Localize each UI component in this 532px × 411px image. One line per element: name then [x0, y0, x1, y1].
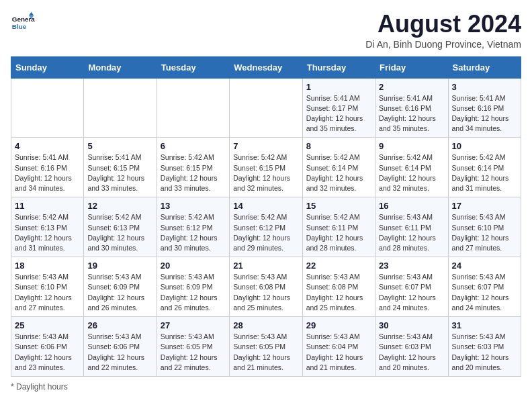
calendar-cell: 29Sunrise: 5:43 AM Sunset: 6:04 PM Dayli…	[302, 317, 375, 377]
day-detail: Sunrise: 5:43 AM Sunset: 6:03 PM Dayligh…	[452, 332, 517, 373]
day-number: 25	[15, 320, 80, 330]
calendar-week-row: 4Sunrise: 5:41 AM Sunset: 6:16 PM Daylig…	[11, 138, 521, 197]
day-number: 19	[87, 261, 152, 271]
calendar-cell: 1Sunrise: 5:41 AM Sunset: 6:17 PM Daylig…	[302, 78, 375, 138]
calendar-cell: 13Sunrise: 5:42 AM Sunset: 6:12 PM Dayli…	[157, 197, 229, 257]
weekday-header: Friday	[375, 56, 448, 78]
day-detail: Sunrise: 5:43 AM Sunset: 6:04 PM Dayligh…	[306, 332, 371, 373]
day-detail: Sunrise: 5:41 AM Sunset: 6:16 PM Dayligh…	[15, 152, 80, 193]
footer-text: Daylight hours	[16, 382, 68, 392]
calendar-week-row: 25Sunrise: 5:43 AM Sunset: 6:06 PM Dayli…	[11, 317, 521, 377]
calendar-cell: 27Sunrise: 5:43 AM Sunset: 6:05 PM Dayli…	[157, 317, 229, 377]
day-number: 21	[233, 261, 298, 271]
day-number: 20	[161, 261, 226, 271]
day-number: 22	[306, 261, 371, 271]
day-number: 8	[306, 141, 371, 151]
calendar-cell: 19Sunrise: 5:43 AM Sunset: 6:09 PM Dayli…	[84, 257, 157, 317]
logo-icon: General Blue	[11, 11, 35, 35]
calendar-header: SundayMondayTuesdayWednesdayThursdayFrid…	[11, 56, 521, 78]
day-detail: Sunrise: 5:43 AM Sunset: 6:09 PM Dayligh…	[161, 272, 226, 313]
day-number: 7	[233, 141, 298, 151]
weekday-header: Monday	[84, 56, 157, 78]
day-number: 31	[452, 320, 517, 330]
day-number: 30	[379, 320, 444, 330]
weekday-header: Wednesday	[230, 56, 302, 78]
calendar-week-row: 11Sunrise: 5:42 AM Sunset: 6:13 PM Dayli…	[11, 197, 521, 257]
footer-note: * Daylight hours	[11, 382, 521, 392]
calendar-cell: 11Sunrise: 5:42 AM Sunset: 6:13 PM Dayli…	[11, 197, 84, 257]
day-number: 2	[379, 82, 444, 92]
day-detail: Sunrise: 5:42 AM Sunset: 6:15 PM Dayligh…	[161, 152, 226, 193]
calendar-cell: 21Sunrise: 5:43 AM Sunset: 6:08 PM Dayli…	[230, 257, 302, 317]
day-number: 10	[452, 141, 517, 151]
day-detail: Sunrise: 5:42 AM Sunset: 6:14 PM Dayligh…	[379, 152, 444, 193]
weekday-header: Thursday	[302, 56, 375, 78]
day-detail: Sunrise: 5:43 AM Sunset: 6:10 PM Dayligh…	[452, 212, 517, 253]
day-detail: Sunrise: 5:43 AM Sunset: 6:05 PM Dayligh…	[161, 332, 226, 373]
calendar-cell: 30Sunrise: 5:43 AM Sunset: 6:03 PM Dayli…	[375, 317, 448, 377]
day-detail: Sunrise: 5:42 AM Sunset: 6:15 PM Dayligh…	[233, 152, 298, 193]
calendar-cell: 10Sunrise: 5:42 AM Sunset: 6:14 PM Dayli…	[448, 138, 521, 197]
day-detail: Sunrise: 5:43 AM Sunset: 6:08 PM Dayligh…	[306, 272, 371, 313]
calendar-week-row: 18Sunrise: 5:43 AM Sunset: 6:10 PM Dayli…	[11, 257, 521, 317]
calendar-cell: 4Sunrise: 5:41 AM Sunset: 6:16 PM Daylig…	[11, 138, 84, 197]
day-detail: Sunrise: 5:41 AM Sunset: 6:17 PM Dayligh…	[306, 93, 371, 134]
page-subtitle: Di An, Binh Duong Province, Vietnam	[365, 39, 521, 50]
title-area: August 2024 Di An, Binh Duong Province, …	[365, 11, 521, 50]
weekday-header: Saturday	[448, 56, 521, 78]
day-detail: Sunrise: 5:43 AM Sunset: 6:09 PM Dayligh…	[87, 272, 152, 313]
day-detail: Sunrise: 5:43 AM Sunset: 6:07 PM Dayligh…	[452, 272, 517, 313]
calendar-cell: 5Sunrise: 5:41 AM Sunset: 6:15 PM Daylig…	[84, 138, 157, 197]
day-number: 17	[452, 201, 517, 211]
day-number: 29	[306, 320, 371, 330]
calendar-cell	[230, 78, 302, 138]
day-number: 24	[452, 261, 517, 271]
calendar-cell: 20Sunrise: 5:43 AM Sunset: 6:09 PM Dayli…	[157, 257, 229, 317]
day-number: 15	[306, 201, 371, 211]
day-number: 4	[15, 141, 80, 151]
calendar-cell: 18Sunrise: 5:43 AM Sunset: 6:10 PM Dayli…	[11, 257, 84, 317]
day-detail: Sunrise: 5:41 AM Sunset: 6:16 PM Dayligh…	[452, 93, 517, 134]
calendar-cell	[157, 78, 229, 138]
day-number: 3	[452, 82, 517, 92]
day-detail: Sunrise: 5:42 AM Sunset: 6:11 PM Dayligh…	[306, 212, 371, 253]
weekday-header: Tuesday	[157, 56, 229, 78]
logo: General Blue General Blue	[11, 11, 35, 35]
calendar-cell: 16Sunrise: 5:43 AM Sunset: 6:11 PM Dayli…	[375, 197, 448, 257]
calendar-cell: 14Sunrise: 5:42 AM Sunset: 6:12 PM Dayli…	[230, 197, 302, 257]
day-detail: Sunrise: 5:43 AM Sunset: 6:06 PM Dayligh…	[87, 332, 152, 373]
calendar-cell: 8Sunrise: 5:42 AM Sunset: 6:14 PM Daylig…	[302, 138, 375, 197]
day-number: 13	[161, 201, 226, 211]
weekday-header: Sunday	[11, 56, 84, 78]
day-number: 12	[87, 201, 152, 211]
day-detail: Sunrise: 5:43 AM Sunset: 6:06 PM Dayligh…	[15, 332, 80, 373]
day-detail: Sunrise: 5:41 AM Sunset: 6:16 PM Dayligh…	[379, 93, 444, 134]
day-number: 16	[379, 201, 444, 211]
calendar-cell: 31Sunrise: 5:43 AM Sunset: 6:03 PM Dayli…	[448, 317, 521, 377]
calendar-week-row: 1Sunrise: 5:41 AM Sunset: 6:17 PM Daylig…	[11, 78, 521, 138]
calendar-cell	[84, 78, 157, 138]
day-detail: Sunrise: 5:42 AM Sunset: 6:14 PM Dayligh…	[306, 152, 371, 193]
calendar-cell: 25Sunrise: 5:43 AM Sunset: 6:06 PM Dayli…	[11, 317, 84, 377]
day-number: 5	[87, 141, 152, 151]
calendar-cell: 17Sunrise: 5:43 AM Sunset: 6:10 PM Dayli…	[448, 197, 521, 257]
calendar-cell: 22Sunrise: 5:43 AM Sunset: 6:08 PM Dayli…	[302, 257, 375, 317]
day-detail: Sunrise: 5:42 AM Sunset: 6:12 PM Dayligh…	[233, 212, 298, 253]
day-number: 9	[379, 141, 444, 151]
day-detail: Sunrise: 5:43 AM Sunset: 6:11 PM Dayligh…	[379, 212, 444, 253]
calendar-cell: 3Sunrise: 5:41 AM Sunset: 6:16 PM Daylig…	[448, 78, 521, 138]
calendar-cell: 2Sunrise: 5:41 AM Sunset: 6:16 PM Daylig…	[375, 78, 448, 138]
day-number: 23	[379, 261, 444, 271]
day-detail: Sunrise: 5:42 AM Sunset: 6:14 PM Dayligh…	[452, 152, 517, 193]
day-detail: Sunrise: 5:43 AM Sunset: 6:05 PM Dayligh…	[233, 332, 298, 373]
calendar-cell: 6Sunrise: 5:42 AM Sunset: 6:15 PM Daylig…	[157, 138, 229, 197]
day-detail: Sunrise: 5:42 AM Sunset: 6:12 PM Dayligh…	[161, 212, 226, 253]
day-number: 27	[161, 320, 226, 330]
calendar-table: SundayMondayTuesdayWednesdayThursdayFrid…	[11, 56, 521, 377]
calendar-cell: 26Sunrise: 5:43 AM Sunset: 6:06 PM Dayli…	[84, 317, 157, 377]
day-number: 14	[233, 201, 298, 211]
calendar-cell: 23Sunrise: 5:43 AM Sunset: 6:07 PM Dayli…	[375, 257, 448, 317]
day-detail: Sunrise: 5:43 AM Sunset: 6:07 PM Dayligh…	[379, 272, 444, 313]
calendar-cell: 15Sunrise: 5:42 AM Sunset: 6:11 PM Dayli…	[302, 197, 375, 257]
calendar-cell: 12Sunrise: 5:42 AM Sunset: 6:13 PM Dayli…	[84, 197, 157, 257]
